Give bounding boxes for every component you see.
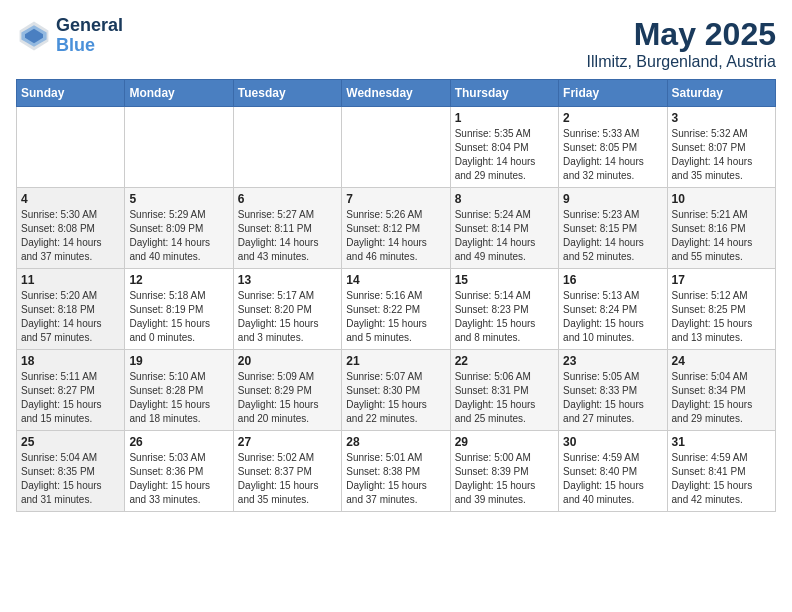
day-info: Sunrise: 5:20 AMSunset: 8:18 PMDaylight:… <box>21 289 120 345</box>
day-info: Sunrise: 5:11 AMSunset: 8:27 PMDaylight:… <box>21 370 120 426</box>
day-number: 27 <box>238 435 337 449</box>
day-number: 18 <box>21 354 120 368</box>
calendar-cell: 24Sunrise: 5:04 AMSunset: 8:34 PMDayligh… <box>667 350 775 431</box>
calendar-cell <box>17 107 125 188</box>
day-info: Sunrise: 5:02 AMSunset: 8:37 PMDaylight:… <box>238 451 337 507</box>
day-info: Sunrise: 5:29 AMSunset: 8:09 PMDaylight:… <box>129 208 228 264</box>
day-info: Sunrise: 5:01 AMSunset: 8:38 PMDaylight:… <box>346 451 445 507</box>
calendar-cell: 11Sunrise: 5:20 AMSunset: 8:18 PMDayligh… <box>17 269 125 350</box>
calendar-cell: 14Sunrise: 5:16 AMSunset: 8:22 PMDayligh… <box>342 269 450 350</box>
page-header: General Blue May 2025 Illmitz, Burgenlan… <box>16 16 776 71</box>
day-info: Sunrise: 5:35 AMSunset: 8:04 PMDaylight:… <box>455 127 554 183</box>
day-info: Sunrise: 5:05 AMSunset: 8:33 PMDaylight:… <box>563 370 662 426</box>
day-number: 17 <box>672 273 771 287</box>
calendar-cell: 5Sunrise: 5:29 AMSunset: 8:09 PMDaylight… <box>125 188 233 269</box>
day-info: Sunrise: 4:59 AMSunset: 8:41 PMDaylight:… <box>672 451 771 507</box>
calendar-cell: 29Sunrise: 5:00 AMSunset: 8:39 PMDayligh… <box>450 431 558 512</box>
day-number: 21 <box>346 354 445 368</box>
day-info: Sunrise: 5:13 AMSunset: 8:24 PMDaylight:… <box>563 289 662 345</box>
calendar-week-row: 11Sunrise: 5:20 AMSunset: 8:18 PMDayligh… <box>17 269 776 350</box>
calendar-cell: 17Sunrise: 5:12 AMSunset: 8:25 PMDayligh… <box>667 269 775 350</box>
calendar-week-row: 4Sunrise: 5:30 AMSunset: 8:08 PMDaylight… <box>17 188 776 269</box>
calendar-week-row: 18Sunrise: 5:11 AMSunset: 8:27 PMDayligh… <box>17 350 776 431</box>
day-info: Sunrise: 5:07 AMSunset: 8:30 PMDaylight:… <box>346 370 445 426</box>
calendar-header-row: SundayMondayTuesdayWednesdayThursdayFrid… <box>17 80 776 107</box>
day-info: Sunrise: 5:04 AMSunset: 8:34 PMDaylight:… <box>672 370 771 426</box>
day-info: Sunrise: 5:10 AMSunset: 8:28 PMDaylight:… <box>129 370 228 426</box>
col-header-saturday: Saturday <box>667 80 775 107</box>
day-info: Sunrise: 5:26 AMSunset: 8:12 PMDaylight:… <box>346 208 445 264</box>
logo-text: General Blue <box>56 16 123 56</box>
calendar-cell <box>125 107 233 188</box>
calendar-table: SundayMondayTuesdayWednesdayThursdayFrid… <box>16 79 776 512</box>
day-number: 20 <box>238 354 337 368</box>
day-number: 16 <box>563 273 662 287</box>
day-info: Sunrise: 5:09 AMSunset: 8:29 PMDaylight:… <box>238 370 337 426</box>
day-number: 14 <box>346 273 445 287</box>
day-number: 15 <box>455 273 554 287</box>
calendar-cell: 1Sunrise: 5:35 AMSunset: 8:04 PMDaylight… <box>450 107 558 188</box>
day-number: 6 <box>238 192 337 206</box>
calendar-cell: 13Sunrise: 5:17 AMSunset: 8:20 PMDayligh… <box>233 269 341 350</box>
title-block: May 2025 Illmitz, Burgenland, Austria <box>587 16 776 71</box>
calendar-cell: 22Sunrise: 5:06 AMSunset: 8:31 PMDayligh… <box>450 350 558 431</box>
col-header-tuesday: Tuesday <box>233 80 341 107</box>
day-info: Sunrise: 5:32 AMSunset: 8:07 PMDaylight:… <box>672 127 771 183</box>
day-info: Sunrise: 5:03 AMSunset: 8:36 PMDaylight:… <box>129 451 228 507</box>
calendar-cell: 25Sunrise: 5:04 AMSunset: 8:35 PMDayligh… <box>17 431 125 512</box>
day-number: 13 <box>238 273 337 287</box>
calendar-cell: 2Sunrise: 5:33 AMSunset: 8:05 PMDaylight… <box>559 107 667 188</box>
day-info: Sunrise: 5:27 AMSunset: 8:11 PMDaylight:… <box>238 208 337 264</box>
calendar-cell: 19Sunrise: 5:10 AMSunset: 8:28 PMDayligh… <box>125 350 233 431</box>
calendar-cell <box>342 107 450 188</box>
day-info: Sunrise: 5:04 AMSunset: 8:35 PMDaylight:… <box>21 451 120 507</box>
calendar-cell: 16Sunrise: 5:13 AMSunset: 8:24 PMDayligh… <box>559 269 667 350</box>
day-number: 29 <box>455 435 554 449</box>
day-info: Sunrise: 5:00 AMSunset: 8:39 PMDaylight:… <box>455 451 554 507</box>
day-number: 10 <box>672 192 771 206</box>
day-info: Sunrise: 5:06 AMSunset: 8:31 PMDaylight:… <box>455 370 554 426</box>
day-info: Sunrise: 5:24 AMSunset: 8:14 PMDaylight:… <box>455 208 554 264</box>
day-number: 31 <box>672 435 771 449</box>
calendar-cell: 21Sunrise: 5:07 AMSunset: 8:30 PMDayligh… <box>342 350 450 431</box>
col-header-thursday: Thursday <box>450 80 558 107</box>
calendar-week-row: 25Sunrise: 5:04 AMSunset: 8:35 PMDayligh… <box>17 431 776 512</box>
calendar-cell: 6Sunrise: 5:27 AMSunset: 8:11 PMDaylight… <box>233 188 341 269</box>
calendar-cell: 3Sunrise: 5:32 AMSunset: 8:07 PMDaylight… <box>667 107 775 188</box>
day-info: Sunrise: 5:12 AMSunset: 8:25 PMDaylight:… <box>672 289 771 345</box>
calendar-cell <box>233 107 341 188</box>
calendar-cell: 28Sunrise: 5:01 AMSunset: 8:38 PMDayligh… <box>342 431 450 512</box>
day-number: 24 <box>672 354 771 368</box>
day-number: 28 <box>346 435 445 449</box>
day-number: 3 <box>672 111 771 125</box>
col-header-sunday: Sunday <box>17 80 125 107</box>
calendar-week-row: 1Sunrise: 5:35 AMSunset: 8:04 PMDaylight… <box>17 107 776 188</box>
day-number: 9 <box>563 192 662 206</box>
calendar-cell: 18Sunrise: 5:11 AMSunset: 8:27 PMDayligh… <box>17 350 125 431</box>
calendar-cell: 26Sunrise: 5:03 AMSunset: 8:36 PMDayligh… <box>125 431 233 512</box>
day-info: Sunrise: 5:33 AMSunset: 8:05 PMDaylight:… <box>563 127 662 183</box>
day-info: Sunrise: 4:59 AMSunset: 8:40 PMDaylight:… <box>563 451 662 507</box>
calendar-cell: 7Sunrise: 5:26 AMSunset: 8:12 PMDaylight… <box>342 188 450 269</box>
logo: General Blue <box>16 16 123 56</box>
day-number: 22 <box>455 354 554 368</box>
col-header-monday: Monday <box>125 80 233 107</box>
logo-icon <box>16 18 52 54</box>
col-header-wednesday: Wednesday <box>342 80 450 107</box>
calendar-cell: 15Sunrise: 5:14 AMSunset: 8:23 PMDayligh… <box>450 269 558 350</box>
day-number: 5 <box>129 192 228 206</box>
calendar-cell: 23Sunrise: 5:05 AMSunset: 8:33 PMDayligh… <box>559 350 667 431</box>
day-info: Sunrise: 5:16 AMSunset: 8:22 PMDaylight:… <box>346 289 445 345</box>
day-number: 2 <box>563 111 662 125</box>
subtitle: Illmitz, Burgenland, Austria <box>587 53 776 71</box>
day-number: 7 <box>346 192 445 206</box>
day-number: 26 <box>129 435 228 449</box>
calendar-cell: 12Sunrise: 5:18 AMSunset: 8:19 PMDayligh… <box>125 269 233 350</box>
day-number: 30 <box>563 435 662 449</box>
calendar-cell: 30Sunrise: 4:59 AMSunset: 8:40 PMDayligh… <box>559 431 667 512</box>
day-info: Sunrise: 5:17 AMSunset: 8:20 PMDaylight:… <box>238 289 337 345</box>
calendar-cell: 4Sunrise: 5:30 AMSunset: 8:08 PMDaylight… <box>17 188 125 269</box>
calendar-cell: 31Sunrise: 4:59 AMSunset: 8:41 PMDayligh… <box>667 431 775 512</box>
day-number: 11 <box>21 273 120 287</box>
day-info: Sunrise: 5:21 AMSunset: 8:16 PMDaylight:… <box>672 208 771 264</box>
